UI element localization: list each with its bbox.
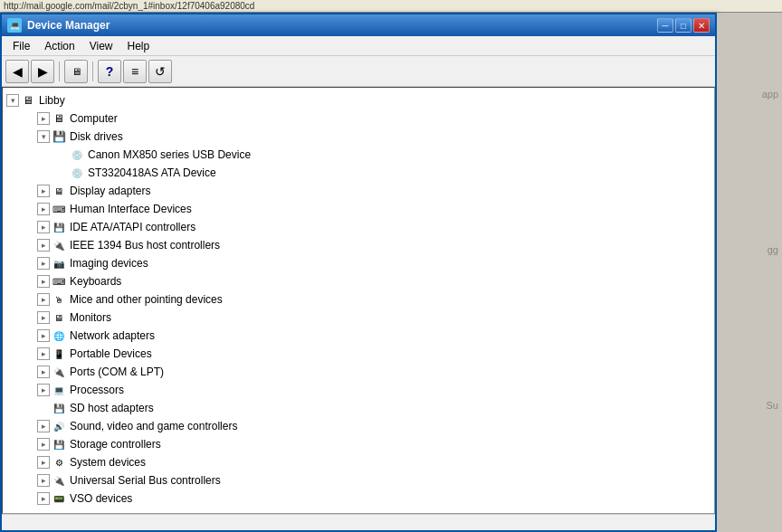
menu-help[interactable]: Help xyxy=(120,38,157,54)
expand-monitors[interactable]: ▸ xyxy=(37,311,50,324)
tree-node-network[interactable]: ▸ 🌐 Network adapters xyxy=(3,327,714,345)
expand-imaging[interactable]: ▸ xyxy=(37,257,50,270)
expand-display[interactable]: ▸ xyxy=(37,185,50,197)
tree-node-diskdrives[interactable]: ▾ 💾 Disk drives xyxy=(3,128,714,146)
node-label-portable: Portable Devices xyxy=(70,347,152,360)
tree-node-canon[interactable]: 💿 Canon MX850 series USB Device xyxy=(3,146,714,164)
computer-icon: 🖥 xyxy=(21,93,35,108)
computer-node-icon: 🖥 xyxy=(52,111,66,126)
expand-diskdrives[interactable]: ▾ xyxy=(37,130,50,143)
node-label-mice: Mice and other pointing devices xyxy=(70,293,223,306)
node-label-keyboards: Keyboards xyxy=(70,275,121,288)
node-label-canon: Canon MX850 series USB Device xyxy=(88,148,251,161)
tree-node-monitors[interactable]: ▸ 🖥 Monitors xyxy=(3,309,714,327)
menu-file[interactable]: File xyxy=(5,38,37,54)
expand-ports[interactable]: ▸ xyxy=(37,366,50,378)
system-icon: ⚙ xyxy=(52,455,66,470)
device-tree: ▾ 🖥 Libby ▸ 🖥 Computer ▾ 💾 Disk drives xyxy=(3,88,714,511)
toolbar-separator-1 xyxy=(59,62,60,81)
expand-portable[interactable]: ▸ xyxy=(37,347,50,360)
node-label-sound: Sound, video and game controllers xyxy=(70,420,237,432)
ide-icon: 💾 xyxy=(52,220,66,234)
expand-libby[interactable]: ▾ xyxy=(6,94,19,107)
tree-node-imaging[interactable]: ▸ 📷 Imaging devices xyxy=(3,254,714,272)
title-bar-left: 💻 Device Manager xyxy=(7,18,110,33)
expand-computer[interactable]: ▸ xyxy=(37,112,50,125)
expand-network[interactable]: ▸ xyxy=(37,329,50,342)
right-label-1: app xyxy=(762,89,778,100)
expand-system[interactable]: ▸ xyxy=(37,456,50,469)
window-icon: 💻 xyxy=(7,18,22,33)
expand-hid[interactable]: ▸ xyxy=(37,203,50,215)
expand-processors[interactable]: ▸ xyxy=(37,384,50,396)
tree-node-sd[interactable]: 💾 SD host adapters xyxy=(3,399,714,417)
tree-node-processors[interactable]: ▸ 💻 Processors xyxy=(3,381,714,399)
status-bar xyxy=(2,514,715,530)
usb-icon: 🔌 xyxy=(52,473,66,488)
expand-usb[interactable]: ▸ xyxy=(37,474,50,487)
close-button[interactable]: ✕ xyxy=(693,18,710,33)
node-label-usb: Universal Serial Bus controllers xyxy=(70,474,221,487)
node-label-hid: Human Interface Devices xyxy=(70,203,192,215)
sd-icon: 💾 xyxy=(52,401,66,415)
hid-icon: ⌨ xyxy=(52,202,66,216)
toolbar: ◀ ▶ 🖥 ? ≡ ↺ xyxy=(2,56,715,87)
tree-node-ieee[interactable]: ▸ 🔌 IEEE 1394 Bus host controllers xyxy=(3,236,714,254)
main-content[interactable]: ▾ 🖥 Libby ▸ 🖥 Computer ▾ 💾 Disk drives xyxy=(2,87,715,514)
imaging-icon: 📷 xyxy=(52,256,66,271)
tree-node-hid[interactable]: ▸ ⌨ Human Interface Devices xyxy=(3,200,714,218)
node-label-ieee: IEEE 1394 Bus host controllers xyxy=(70,239,220,252)
expand-ide[interactable]: ▸ xyxy=(37,221,50,233)
tree-node-usb[interactable]: ▸ 🔌 Universal Serial Bus controllers xyxy=(3,471,714,489)
minimize-button[interactable]: ─ xyxy=(657,18,673,33)
tree-node-sound[interactable]: ▸ 🔊 Sound, video and game controllers xyxy=(3,417,714,435)
expand-sound[interactable]: ▸ xyxy=(37,420,50,432)
tree-node-display[interactable]: ▸ 🖥 Display adapters xyxy=(3,182,714,200)
menu-action[interactable]: Action xyxy=(37,38,81,54)
node-label-processors: Processors xyxy=(70,384,124,396)
tree-node-libby[interactable]: ▾ 🖥 Libby xyxy=(3,91,714,109)
expand-ieee[interactable]: ▸ xyxy=(37,239,50,252)
tree-node-computer[interactable]: ▸ 🖥 Computer xyxy=(3,109,714,128)
node-label-monitors: Monitors xyxy=(70,311,111,324)
window-title: Device Manager xyxy=(27,19,110,32)
tree-node-st3320[interactable]: 💿 ST3320418AS ATA Device xyxy=(3,164,714,182)
processors-icon: 💻 xyxy=(52,383,66,397)
mice-icon: 🖱 xyxy=(52,292,66,307)
maximize-button[interactable]: □ xyxy=(675,18,691,33)
tree-node-storage[interactable]: ▸ 💾 Storage controllers xyxy=(3,435,714,453)
tree-node-ports[interactable]: ▸ 🔌 Ports (COM & LPT) xyxy=(3,363,714,381)
expand-mice[interactable]: ▸ xyxy=(37,293,50,306)
right-browser-panel: app gg Su xyxy=(717,13,782,532)
node-label-diskdrives: Disk drives xyxy=(70,130,123,143)
node-label-libby: Libby xyxy=(39,94,65,107)
expand-vso[interactable]: ▸ xyxy=(37,492,50,505)
toolbar-separator-2 xyxy=(92,62,93,81)
tree-node-mice[interactable]: ▸ 🖱 Mice and other pointing devices xyxy=(3,290,714,309)
portable-icon: 📱 xyxy=(52,347,66,361)
expand-storage[interactable]: ▸ xyxy=(37,438,50,451)
sound-icon: 🔊 xyxy=(52,419,66,433)
title-controls: ─ □ ✕ xyxy=(657,18,710,33)
node-label-imaging: Imaging devices xyxy=(70,257,148,270)
refresh-button[interactable]: ↺ xyxy=(148,60,172,83)
expand-keyboards[interactable]: ▸ xyxy=(37,275,50,288)
canon-icon: 💿 xyxy=(70,147,84,162)
tree-node-keyboards[interactable]: ▸ ⌨ Keyboards xyxy=(3,272,714,290)
node-label-vso: VSO devices xyxy=(70,492,132,505)
menu-view[interactable]: View xyxy=(82,38,120,54)
tree-node-vso[interactable]: ▸ 📟 VSO devices xyxy=(3,489,714,508)
tree-node-ide[interactable]: ▸ 💾 IDE ATA/ATAPI controllers xyxy=(3,218,714,236)
tree-node-portable[interactable]: ▸ 📱 Portable Devices xyxy=(3,345,714,363)
properties-button[interactable]: ≡ xyxy=(123,60,147,83)
node-label-ide: IDE ATA/ATAPI controllers xyxy=(70,221,196,233)
back-button[interactable]: ◀ xyxy=(5,60,29,83)
computer-button[interactable]: 🖥 xyxy=(64,60,88,83)
display-icon: 🖥 xyxy=(52,184,66,198)
forward-button[interactable]: ▶ xyxy=(31,60,54,83)
browser-url-bar: http://mail.google.com/mail/2cbyn_1#inbo… xyxy=(0,0,782,13)
tree-node-system[interactable]: ▸ ⚙ System devices xyxy=(3,453,714,471)
node-label-network: Network adapters xyxy=(70,329,155,342)
title-bar: 💻 Device Manager ─ □ ✕ xyxy=(2,14,715,36)
help-button[interactable]: ? xyxy=(98,60,121,83)
